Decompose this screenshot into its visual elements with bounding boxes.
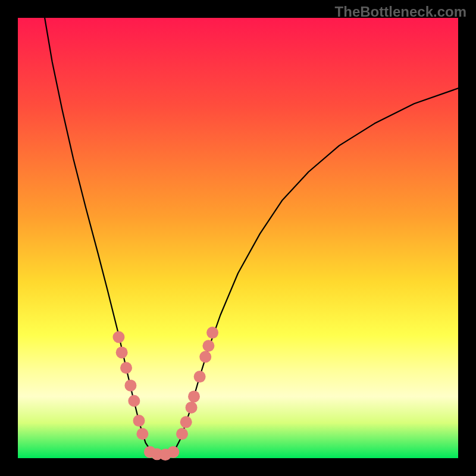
data-marker — [120, 362, 132, 374]
data-marker — [186, 402, 198, 414]
data-marker — [202, 340, 214, 352]
data-marker — [194, 371, 206, 383]
chart-frame: TheBottleneck.com — [0, 0, 476, 476]
data-marker — [116, 346, 128, 358]
data-marker — [167, 446, 179, 458]
data-marker — [133, 415, 145, 427]
data-marker — [124, 380, 136, 392]
chart-svg — [0, 0, 476, 476]
data-marker — [128, 395, 140, 407]
data-marker — [112, 331, 124, 343]
watermark-text: TheBottleneck.com — [335, 4, 466, 20]
data-marker — [136, 428, 148, 440]
data-marker — [199, 351, 211, 363]
data-marker — [188, 390, 200, 402]
data-marker — [206, 327, 218, 339]
data-marker — [180, 416, 192, 428]
plot-background — [18, 18, 458, 458]
data-marker — [176, 428, 188, 440]
